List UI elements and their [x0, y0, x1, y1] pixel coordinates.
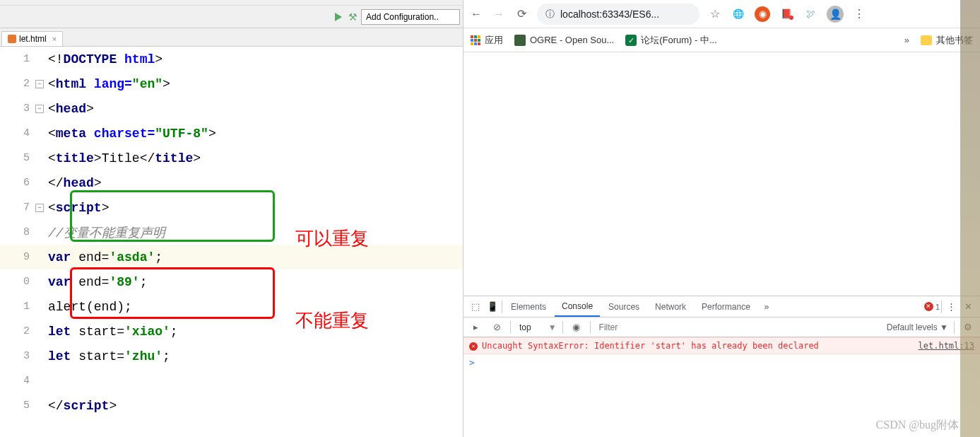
line-number: 3− [0, 96, 48, 121]
browser-pane: ← → ⟳ ⓘ localhost:63343/ES6... ☆ 🌐 ◉ 📕 🕊… [464, 0, 980, 437]
levels-select[interactable]: Default levels ▼ [887, 322, 948, 332]
tab-sources[interactable]: Sources [601, 298, 647, 316]
line-number: 9 [0, 245, 48, 269]
ide-pane: ⚒ Add Configuration.. let.html × 1 2− 3−… [0, 0, 464, 437]
fold-icon[interactable]: − [35, 105, 44, 113]
error-badge[interactable]: ✕1 [924, 302, 940, 311]
console-error-row: ✕ Uncaught SyntaxError: Identifier 'star… [464, 337, 980, 354]
star-icon[interactable]: ☆ [708, 7, 722, 21]
line-number: 5 [0, 393, 48, 418]
clear-icon[interactable]: ⊘ [489, 322, 504, 332]
address-bar[interactable]: ⓘ localhost:63343/ES6... [537, 4, 699, 25]
svg-marker-0 [335, 13, 342, 21]
line-number: 2 [0, 319, 48, 344]
url-text: localhost:63343/ES6... [560, 8, 659, 20]
extension-icon[interactable]: 🕊 [803, 6, 818, 22]
page-viewport [464, 52, 980, 296]
context-select[interactable]: top [516, 321, 543, 334]
filter-input[interactable] [596, 321, 667, 334]
line-number: 3 [0, 344, 48, 368]
line-number: 6 [0, 170, 48, 195]
line-number: 0 [0, 269, 48, 294]
decorative-strip [960, 0, 980, 437]
bookmark-label: OGRE - Open Sou... [530, 35, 614, 45]
back-icon[interactable]: ← [469, 7, 483, 21]
extension-icon[interactable]: 📕 [779, 6, 794, 22]
html-file-icon [8, 35, 16, 43]
console-prompt[interactable]: > [464, 354, 980, 371]
line-number: 4 [0, 368, 48, 393]
fold-icon[interactable]: − [35, 80, 44, 88]
close-icon[interactable]: × [52, 35, 57, 43]
bookmark-bar: 应用 OGRE - Open Sou... ✓ 论坛(Forum) - 中...… [464, 28, 980, 52]
extension-icon[interactable]: ◉ [755, 6, 770, 22]
run-icon[interactable] [333, 11, 344, 23]
bookmark-label: 论坛(Forum) - 中... [641, 34, 717, 47]
devtools-tab-bar: ⬚ 📱 Elements Console Sources Network Per… [464, 296, 980, 317]
ide-toolbar: ⚒ Add Configuration.. [0, 6, 463, 28]
file-tab[interactable]: let.html × [1, 31, 63, 46]
apps-icon [471, 35, 480, 45]
tab-performance[interactable]: Performance [695, 298, 757, 316]
menu-icon[interactable]: ⋮ [852, 7, 866, 21]
line-number: 4 [0, 121, 48, 146]
run-config-dropdown[interactable]: Add Configuration.. [361, 9, 460, 25]
devtools-panel: ⬚ 📱 Elements Console Sources Network Per… [464, 296, 980, 437]
console-toolbar: ▸ ⊘ top ▼ ◉ Default levels ▼ ⚙ [464, 317, 980, 337]
file-tab-label: let.html [19, 34, 47, 44]
annotation-text-red: 不能重复 [295, 308, 369, 333]
apps-button[interactable]: 应用 [471, 34, 503, 47]
settings-icon[interactable]: ⋮ [943, 301, 959, 312]
forward-icon[interactable]: → [492, 7, 506, 21]
chevron-right-icon[interactable]: » [759, 301, 774, 312]
bookmark-item[interactable]: ✓ 论坛(Forum) - 中... [625, 34, 717, 47]
device-icon[interactable]: 📱 [485, 301, 500, 312]
chevron-right-icon[interactable]: » [904, 35, 909, 45]
folder-icon [921, 35, 932, 45]
editor-tab-bar: let.html × [0, 28, 463, 47]
error-icon: ✕ [469, 342, 478, 351]
build-icon[interactable]: ⚒ [347, 11, 358, 23]
toggle-drawer-icon[interactable]: ▸ [468, 322, 483, 332]
tab-network[interactable]: Network [648, 298, 693, 316]
line-number: 7− [0, 195, 48, 220]
line-number: 5 [0, 146, 48, 170]
line-number: 2− [0, 71, 48, 96]
extension-icon[interactable]: 🌐 [731, 6, 746, 22]
bookmark-item[interactable]: OGRE - Open Sou... [514, 35, 614, 46]
bookmark-label: 应用 [485, 34, 503, 47]
browser-nav-bar: ← → ⟳ ⓘ localhost:63343/ES6... ☆ 🌐 ◉ 📕 🕊… [464, 0, 980, 28]
error-message: Uncaught SyntaxError: Identifier 'start'… [482, 341, 914, 351]
line-number: 1 [0, 47, 48, 71]
line-gutter: 1 2− 3− 4 5 6 7− 8 9 0 1 2 3 4 5 [0, 47, 48, 437]
check-icon: ✓ [625, 35, 637, 46]
profile-avatar[interactable]: 👤 [827, 6, 844, 23]
annotation-text-green: 可以重复 [295, 226, 369, 251]
eye-icon[interactable]: ◉ [569, 322, 584, 332]
watermark: CSDN @bug附体 [876, 418, 959, 433]
reload-icon[interactable]: ⟳ [514, 7, 529, 21]
ide-menu-bar [0, 0, 463, 6]
fold-icon[interactable]: − [35, 204, 44, 212]
line-number: 1 [0, 294, 48, 319]
tab-elements[interactable]: Elements [504, 298, 553, 316]
inspect-icon[interactable]: ⬚ [468, 301, 483, 312]
code-editor[interactable]: 1 2− 3− 4 5 6 7− 8 9 0 1 2 3 4 5 <!DOCTY… [0, 47, 463, 437]
ogre-icon [514, 35, 526, 46]
line-number: 8 [0, 220, 48, 245]
code-content[interactable]: <!DOCTYPE html> <html lang="en"> <head> … [48, 47, 463, 437]
info-icon[interactable]: ⓘ [545, 8, 555, 21]
tab-console[interactable]: Console [555, 297, 600, 317]
